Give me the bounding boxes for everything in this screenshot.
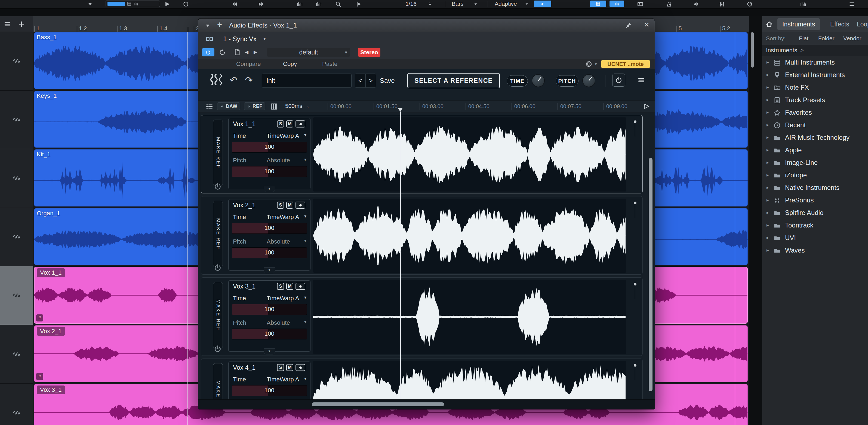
disclosure-triangle-icon[interactable]: ▸ <box>767 219 769 232</box>
track-header-cell[interactable] <box>0 383 33 425</box>
plugin-titlebar[interactable]: + Audio Effects · Vox 1_1 × <box>198 19 655 32</box>
pitch-toggle-button[interactable]: PITCH <box>556 75 579 87</box>
breadcrumb-label[interactable]: Instruments <box>766 45 797 56</box>
track-waveform[interactable] <box>313 361 626 399</box>
sort-option-vendor[interactable]: Vendor <box>843 32 862 45</box>
disclosure-triangle-icon[interactable]: ▸ <box>767 194 769 206</box>
monitor-button[interactable] <box>296 202 305 209</box>
timebase-select[interactable]: Bars <box>452 0 463 8</box>
browser-list-item[interactable]: ▸ iZotope <box>762 169 868 181</box>
process-power-button[interactable] <box>612 74 625 87</box>
track-mini-slider[interactable] <box>635 200 636 218</box>
track-list-menu-icon[interactable] <box>4 21 11 28</box>
add-track-icon[interactable] <box>18 21 25 28</box>
levels-icon[interactable] <box>800 1 806 7</box>
track-header-cell[interactable] <box>0 207 33 267</box>
menu-icon[interactable] <box>849 1 855 7</box>
record-icon[interactable] <box>183 1 189 7</box>
plugin-track-row[interactable]: MAKE REF Vox 2_1 S M Time TimeWarp A ▾ 1… <box>201 196 643 275</box>
browser-list-item[interactable]: ▸ Note FX <box>762 81 868 94</box>
mute-button[interactable]: M <box>286 202 293 209</box>
browser-list-item[interactable]: ▸ Recent <box>762 119 868 131</box>
disclosure-triangle-icon[interactable]: ▸ <box>767 131 769 144</box>
preset-name-field[interactable]: Init <box>262 74 351 88</box>
monitor-button[interactable] <box>296 283 305 290</box>
caret-down-icon[interactable]: ▾ <box>304 133 306 138</box>
track-header-cell[interactable] <box>0 149 33 208</box>
transport-display-group[interactable] <box>105 1 160 7</box>
caret-down-icon[interactable]: ▾ <box>264 32 266 46</box>
track-mini-slider[interactable] <box>635 363 636 380</box>
pitch-algorithm-select[interactable]: Absolute <box>267 238 290 245</box>
track-power-button[interactable] <box>214 264 221 271</box>
caret-down-icon[interactable]: ▾ <box>595 59 597 69</box>
track-waveform[interactable] <box>313 280 626 354</box>
previous-button[interactable]: < <box>355 74 366 88</box>
pin-icon[interactable] <box>625 22 632 29</box>
track-list-icon[interactable] <box>206 103 213 110</box>
time-value-slider[interactable]: 100 <box>232 223 307 234</box>
playhead-marker[interactable] <box>188 27 188 32</box>
ucnet-remote-badge[interactable]: UCNET ..mote <box>601 60 650 68</box>
ref-mode-chip[interactable]: REF <box>244 103 265 110</box>
time-value-slider[interactable]: 100 <box>232 142 307 152</box>
close-icon[interactable]: × <box>644 20 649 30</box>
browser-list-item[interactable]: ▸ Multi Instruments <box>762 56 868 69</box>
browser-list-item[interactable]: ▸ Image-Line <box>762 157 868 169</box>
disclosure-triangle-icon[interactable]: ▸ <box>767 144 769 157</box>
monitor-button[interactable] <box>296 120 305 128</box>
paste-button[interactable]: Paste <box>322 59 337 69</box>
editor-toggle-button[interactable] <box>610 1 624 7</box>
track-mini-slider[interactable] <box>635 119 636 137</box>
caret-down-icon[interactable] <box>525 2 529 6</box>
time-knob[interactable] <box>532 74 545 87</box>
plugin-track-row[interactable]: MAKE REF Vox 3_1 S M Time TimeWarp A ▾ 1… <box>201 277 643 356</box>
disclosure-triangle-icon[interactable]: ▸ <box>767 106 769 119</box>
plugin-track-row[interactable]: MAKE REF Vox 1_1 S M Time TimeWarp A ▾ 1… <box>201 115 643 193</box>
disclosure-triangle-icon[interactable]: ▸ <box>767 232 769 244</box>
zoom-icon[interactable] <box>335 1 341 7</box>
make-ref-button[interactable]: MAKE REF <box>213 363 223 399</box>
tab-loops[interactable]: Loops <box>857 16 868 32</box>
plugin-slot-select[interactable]: 1 - Sync Vx <box>223 32 256 46</box>
plugin-horizontal-scrollbar[interactable] <box>198 399 655 409</box>
caret-down-icon[interactable]: ▾ <box>304 376 306 381</box>
browser-list-item[interactable]: ▸ External Instruments <box>762 69 868 81</box>
pitch-value-slider[interactable]: 100 <box>232 329 307 339</box>
pitch-value-slider[interactable]: 100 <box>232 247 307 258</box>
resolution-select[interactable]: 500ms <box>285 103 302 109</box>
time-value-slider[interactable]: 100 <box>232 385 307 396</box>
solo-button[interactable]: S <box>277 364 284 371</box>
browser-list-item[interactable]: ▸ Waves <box>762 244 868 257</box>
caret-down-icon[interactable]: ▾ <box>304 238 306 243</box>
metronome-icon[interactable] <box>666 1 672 7</box>
browser-list-item[interactable]: ▸ Spitfire Audio <box>762 206 868 219</box>
caret-down-icon[interactable]: ▾ <box>304 295 306 300</box>
compare-button[interactable]: Compare <box>236 59 261 69</box>
pitch-algorithm-select[interactable]: Absolute <box>267 319 290 327</box>
channel-mode-badge[interactable]: Stereo <box>358 48 380 57</box>
caret-down-icon[interactable] <box>87 1 93 7</box>
redo-icon[interactable]: ↷ <box>245 74 253 86</box>
meter-bars-icon[interactable] <box>133 2 138 6</box>
track-mini-slider[interactable] <box>635 281 636 299</box>
plugin-vertical-scrollbar[interactable] <box>649 157 652 399</box>
expand-chevron[interactable]: ▾ <box>264 348 275 355</box>
disclosure-triangle-icon[interactable]: ▸ <box>767 81 769 94</box>
preset-file-icon[interactable] <box>234 49 241 56</box>
select-reference-button[interactable]: SELECT A REFERENCE <box>407 73 500 88</box>
make-ref-button[interactable]: MAKE REF <box>213 201 223 267</box>
mute-button[interactable]: M <box>286 283 293 290</box>
tab-effects[interactable]: Effects <box>830 16 849 32</box>
arrange-vertical-scrollbar[interactable] <box>749 16 762 425</box>
track-header-cell[interactable] <box>0 325 33 384</box>
sort-option-flat[interactable]: Flat <box>799 32 808 45</box>
caret-down-icon[interactable]: ▾ <box>304 319 306 324</box>
solo-button[interactable]: S <box>277 120 284 128</box>
browser-list-item[interactable]: ▸ AIR Music Technology <box>762 131 868 144</box>
tool-button-active[interactable] <box>534 1 551 7</box>
mute-button[interactable]: M <box>286 364 293 371</box>
browser-list-item[interactable]: ▸ Native Instruments <box>762 181 868 194</box>
sort-option-folder[interactable]: Folder <box>818 32 835 45</box>
add-effect-button[interactable]: + <box>217 20 222 30</box>
